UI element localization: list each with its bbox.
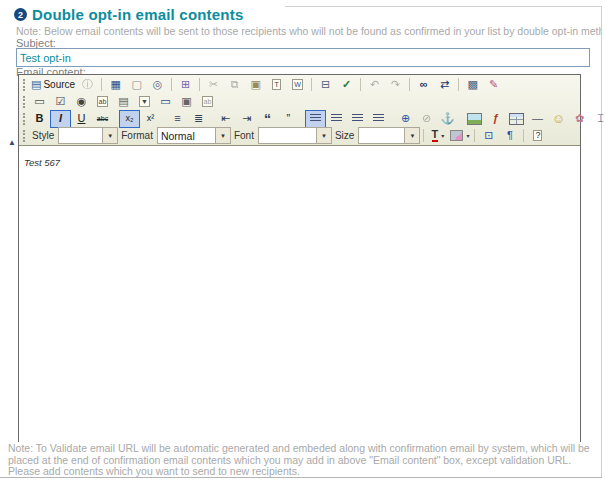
radio-button-icon[interactable]: ◉ — [71, 93, 92, 111]
image-icon[interactable] — [464, 110, 485, 128]
textarea-icon[interactable]: ▤ — [113, 93, 134, 111]
text-field-icon: ab — [97, 96, 109, 107]
preview-icon[interactable]: ◎ — [147, 76, 168, 94]
toolbar-grip — [23, 113, 25, 125]
style-combo[interactable]: ▼ — [58, 127, 118, 144]
format-combo[interactable]: Normal▼ — [157, 127, 231, 144]
chevron-down-icon[interactable]: ▼ — [316, 128, 331, 143]
underline-icon[interactable]: U — [71, 110, 92, 128]
editor-toolbar: ▤Sourceⓘ▦▢◎⊞✂⧉▣TW⊟✓↶↷∞⇄▩✎ ▭☑◉ab▤▼▭▣ab BI… — [19, 75, 580, 146]
italic-icon: I — [59, 113, 62, 124]
justify-left-icon — [310, 114, 321, 123]
editor-content[interactable]: Test 567 — [19, 146, 580, 450]
image-button-icon[interactable]: ▣ — [176, 93, 197, 111]
special-char-icon[interactable]: ✿ — [569, 110, 590, 128]
radio-button-icon: ◉ — [77, 96, 87, 107]
panel-border-top — [285, 6, 601, 7]
chevron-down-icon[interactable]: ▼ — [215, 128, 230, 143]
chevron-down-icon[interactable]: ▾ — [441, 132, 444, 139]
source-button: ▤ — [31, 79, 41, 90]
collapse-toolbar-button[interactable]: ▲ — [8, 138, 16, 147]
justify-left-icon[interactable] — [305, 110, 326, 128]
superscript-icon[interactable]: x² — [140, 110, 161, 128]
anchor-icon[interactable]: ⚓ — [437, 110, 458, 128]
blockquote-icon[interactable]: “ — [257, 110, 278, 128]
flash-icon[interactable]: ƒ — [485, 110, 506, 128]
outdent-icon[interactable]: ⇤ — [215, 110, 236, 128]
hidden-field-icon[interactable]: ab — [197, 93, 218, 111]
select-field-icon[interactable]: ▼ — [134, 93, 155, 111]
about-icon[interactable]: ? — [527, 127, 548, 145]
save-icon: ▦ — [110, 79, 120, 90]
new-page-icon[interactable]: ▢ — [126, 76, 147, 94]
page-break-icon[interactable]: ⌶ — [590, 110, 605, 128]
redo-icon: ↷ — [385, 76, 406, 94]
toolbar-sep — [171, 78, 172, 91]
background-color-icon[interactable]: ▾ — [448, 127, 471, 145]
checkbox-icon: ☑ — [56, 96, 66, 107]
link-icon[interactable]: ⊕ — [395, 110, 416, 128]
cut-icon: ✂ — [209, 79, 218, 90]
toolbar-grip — [23, 130, 25, 142]
indent-icon[interactable]: ⇥ — [236, 110, 257, 128]
smiley-icon[interactable]: ☺ — [548, 110, 569, 128]
justify-full-icon[interactable] — [368, 110, 389, 128]
bold-icon[interactable]: B — [29, 110, 50, 128]
toolbar-row-1: ▤Sourceⓘ▦▢◎⊞✂⧉▣TW⊟✓↶↷∞⇄▩✎ — [19, 76, 580, 93]
special-char-icon: ✿ — [575, 113, 584, 124]
justify-right-icon[interactable] — [347, 110, 368, 128]
background-color-icon — [450, 130, 463, 141]
textarea-icon: ▤ — [118, 96, 128, 107]
size-combo[interactable]: ▼ — [358, 127, 420, 144]
print-icon[interactable]: ⊟ — [315, 76, 336, 94]
fit-window-icon: ⊡ — [484, 130, 493, 141]
remove-format-icon[interactable]: ✎ — [483, 76, 504, 94]
source-button[interactable]: ▤Source — [29, 76, 77, 94]
chevron-down-icon[interactable]: ▼ — [102, 128, 117, 143]
create-div-icon: ‟ — [287, 113, 291, 125]
unordered-list-icon: ≣ — [194, 113, 203, 124]
subscript-icon[interactable]: x₂ — [119, 110, 140, 128]
spell-check-icon[interactable]: ✓ — [336, 76, 357, 94]
horizontal-rule-icon: — — [532, 113, 543, 124]
font-combo[interactable]: ▼ — [258, 127, 332, 144]
table-icon[interactable] — [506, 110, 527, 128]
create-div-icon[interactable]: ‟ — [278, 110, 299, 128]
paste-icon[interactable]: ▣ — [245, 76, 266, 94]
step-badge: 2 — [14, 8, 27, 21]
page-header: 2 Double opt-in email contents — [14, 6, 243, 23]
panel-border-right — [601, 6, 602, 478]
text-color-icon[interactable]: T▾ — [427, 127, 448, 145]
text-color-icon: T — [432, 129, 439, 142]
unordered-list-icon[interactable]: ≣ — [188, 110, 209, 128]
save-icon[interactable]: ▦ — [105, 76, 126, 94]
paste-text-icon[interactable]: T — [266, 76, 287, 94]
ordered-list-icon: ≡ — [174, 113, 180, 124]
checkbox-icon[interactable]: ☑ — [50, 93, 71, 111]
about-icon: ? — [533, 130, 542, 141]
templates-icon[interactable]: ⊞ — [175, 76, 196, 94]
image-icon — [467, 113, 482, 125]
flash-icon: ƒ — [492, 113, 498, 124]
ordered-list-icon[interactable]: ≡ — [167, 110, 188, 128]
form-icon[interactable]: ▭ — [29, 93, 50, 111]
chevron-down-icon[interactable]: ▼ — [404, 128, 419, 143]
show-blocks-icon[interactable]: ¶ — [499, 127, 520, 145]
doc-props-icon: ⓘ — [82, 79, 93, 90]
paste-word-icon[interactable]: W — [287, 76, 308, 94]
text-field-icon[interactable]: ab — [92, 93, 113, 111]
fit-window-icon[interactable]: ⊡ — [478, 127, 499, 145]
toolbar-row-3: BIUabcx₂x²≡≣⇤⇥“‟⊕⊘⚓ƒ—☺✿⌶ — [19, 110, 580, 127]
chevron-down-icon[interactable]: ▾ — [466, 132, 469, 139]
horizontal-rule-icon[interactable]: — — [527, 110, 548, 128]
justify-center-icon[interactable] — [326, 110, 347, 128]
button-icon[interactable]: ▭ — [155, 93, 176, 111]
italic-icon[interactable]: I — [50, 110, 71, 128]
select-all-icon[interactable]: ▩ — [462, 76, 483, 94]
find-icon[interactable]: ∞ — [413, 76, 434, 94]
replace-icon[interactable]: ⇄ — [434, 76, 455, 94]
strikethrough-icon[interactable]: abc — [92, 110, 113, 128]
subject-input[interactable] — [16, 48, 590, 67]
superscript-icon: x² — [147, 114, 155, 123]
toolbar-sep — [458, 78, 459, 91]
